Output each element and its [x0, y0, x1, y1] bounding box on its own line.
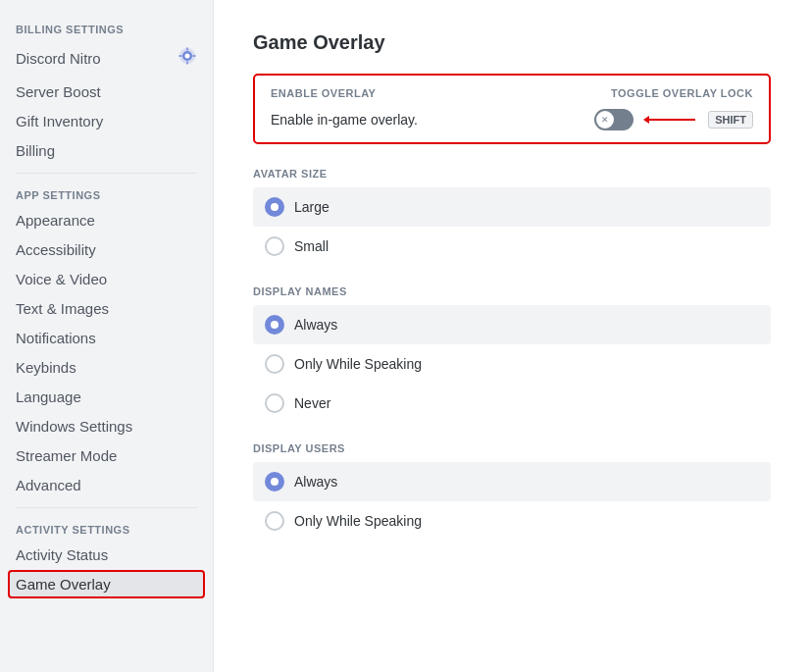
sidebar-item-text-images[interactable]: Text & Images: [8, 294, 205, 323]
sidebar-item-gift-inventory[interactable]: Gift Inventory: [8, 107, 205, 135]
display-users-speaking-radio[interactable]: [265, 511, 284, 531]
avatar-size-large-option[interactable]: Large: [253, 187, 771, 227]
sidebar-item-server-boost[interactable]: Server Boost: [8, 78, 205, 106]
display-users-label: DISPLAY USERS: [253, 442, 771, 454]
sidebar-item-voice-video[interactable]: Voice & Video: [8, 265, 205, 293]
display-names-speaking-text: Only While Speaking: [294, 356, 422, 372]
sidebar-item-keybinds[interactable]: Keybinds: [8, 353, 205, 382]
avatar-size-small-option[interactable]: Small: [253, 227, 771, 266]
divider-app-activity: [16, 507, 197, 508]
display-users-always-option[interactable]: Always: [253, 462, 771, 501]
sidebar-label-accessibility: Accessibility: [16, 241, 96, 258]
sidebar-label-text-images: Text & Images: [16, 300, 109, 317]
sidebar-label-gift-inventory: Gift Inventory: [16, 113, 103, 129]
sidebar-item-windows-settings[interactable]: Windows Settings: [8, 412, 205, 440]
display-users-speaking-option[interactable]: Only While Speaking: [253, 501, 771, 541]
main-content: Game Overlay ENABLE OVERLAY TOGGLE OVERL…: [214, 0, 810, 672]
sidebar-label-windows-settings: Windows Settings: [16, 418, 132, 435]
overlay-box-header: ENABLE OVERLAY TOGGLE OVERLAY LOCK: [271, 87, 753, 99]
app-section-title: APP SETTINGS: [8, 181, 205, 205]
sidebar-label-appearance: Appearance: [16, 212, 95, 229]
display-users-always-text: Always: [294, 474, 337, 490]
svg-point-2: [185, 54, 190, 59]
sidebar-label-server-boost: Server Boost: [16, 83, 101, 100]
display-users-speaking-text: Only While Speaking: [294, 513, 422, 529]
sidebar-item-discord-nitro[interactable]: Discord Nitro: [8, 40, 205, 77]
display-names-speaking-radio[interactable]: [265, 354, 284, 374]
billing-section-title: BILLING SETTINGS: [8, 16, 205, 39]
sidebar-label-billing: Billing: [16, 142, 55, 159]
sidebar-label-activity-status: Activity Status: [16, 546, 108, 563]
shift-key-box: SHIFT: [708, 111, 753, 129]
sidebar-item-accessibility[interactable]: Accessibility: [8, 235, 205, 264]
nitro-icon: [177, 46, 197, 71]
display-names-always-option[interactable]: Always: [253, 305, 771, 344]
display-users-always-radio[interactable]: [265, 472, 284, 491]
sidebar-item-advanced[interactable]: Advanced: [8, 471, 205, 499]
avatar-size-large-text: Large: [294, 199, 329, 215]
sidebar-label-discord-nitro: Discord Nitro: [16, 50, 101, 67]
avatar-size-small-text: Small: [294, 238, 329, 254]
sidebar-item-streamer-mode[interactable]: Streamer Mode: [8, 441, 205, 470]
sidebar: BILLING SETTINGS Discord Nitro Server Bo…: [0, 0, 214, 672]
display-names-speaking-option[interactable]: Only While Speaking: [253, 344, 771, 384]
sidebar-item-language[interactable]: Language: [8, 383, 205, 411]
divider-billing-app: [16, 173, 197, 174]
sidebar-label-advanced: Advanced: [16, 477, 81, 493]
sidebar-label-game-overlay: Game Overlay: [16, 576, 111, 593]
sidebar-item-notifications[interactable]: Notifications: [8, 324, 205, 352]
avatar-size-section: AVATAR SIZE Large Small: [253, 168, 771, 266]
sidebar-item-game-overlay[interactable]: Game Overlay: [8, 570, 205, 598]
display-names-never-radio[interactable]: [265, 393, 284, 413]
display-names-never-text: Never: [294, 395, 330, 411]
sidebar-label-language: Language: [16, 388, 81, 405]
avatar-size-label: AVATAR SIZE: [253, 168, 771, 180]
sidebar-label-streamer-mode: Streamer Mode: [16, 447, 117, 464]
overlay-row: Enable in-game overlay. SHIFT: [271, 109, 753, 130]
toggle-overlay-lock-label: TOGGLE OVERLAY LOCK: [611, 87, 753, 99]
enable-overlay-label: ENABLE OVERLAY: [271, 87, 376, 99]
display-names-section: DISPLAY NAMES Always Only While Speaking…: [253, 285, 771, 423]
sidebar-item-activity-status[interactable]: Activity Status: [8, 541, 205, 569]
sidebar-item-billing[interactable]: Billing: [8, 136, 205, 165]
activity-section-title: ACTIVITY SETTINGS: [8, 516, 205, 540]
display-users-section: DISPLAY USERS Always Only While Speaking: [253, 442, 771, 541]
toggle-container: SHIFT: [594, 109, 753, 130]
overlay-box: ENABLE OVERLAY TOGGLE OVERLAY LOCK Enabl…: [253, 74, 771, 144]
avatar-size-small-radio[interactable]: [265, 236, 284, 256]
sidebar-label-voice-video: Voice & Video: [16, 271, 107, 287]
toggle-knob: [596, 111, 614, 129]
sidebar-label-keybinds: Keybinds: [16, 359, 76, 376]
red-arrow-annotation: [641, 112, 700, 128]
avatar-size-large-radio[interactable]: [265, 197, 284, 217]
page-title: Game Overlay: [253, 31, 771, 54]
sidebar-item-appearance[interactable]: Appearance: [8, 206, 205, 234]
sidebar-label-notifications: Notifications: [16, 330, 96, 346]
display-names-always-radio[interactable]: [265, 315, 284, 335]
enable-overlay-text: Enable in-game overlay.: [271, 112, 582, 128]
svg-marker-4: [643, 116, 649, 124]
display-names-always-text: Always: [294, 317, 337, 333]
display-names-never-option[interactable]: Never: [253, 384, 771, 423]
display-names-label: DISPLAY NAMES: [253, 285, 771, 297]
enable-overlay-toggle[interactable]: [594, 109, 633, 130]
